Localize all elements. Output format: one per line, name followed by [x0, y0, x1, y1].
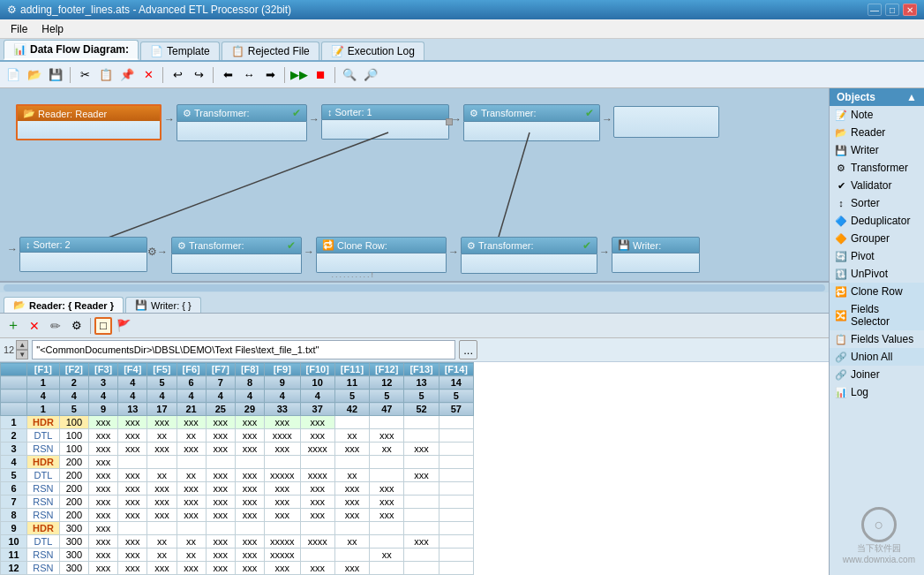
obj-item-fields-selector[interactable]: 🔀Fields Selector	[830, 300, 924, 330]
grid-cell[interactable]: xxx	[300, 482, 334, 496]
grid-cell[interactable]: xxx	[118, 469, 147, 482]
grid-cell[interactable]	[370, 416, 404, 429]
grid-cell[interactable]: xxx	[265, 509, 301, 522]
grid-cell[interactable]: xxx	[118, 509, 147, 522]
objects-collapse-icon[interactable]: ▲	[906, 91, 917, 103]
grid-cell[interactable]: xx	[334, 429, 369, 443]
obj-item-transformer[interactable]: ⚙Transformer	[830, 159, 924, 177]
grid-cell[interactable]: xxx	[89, 443, 118, 456]
tb-align-left[interactable]: ⬅	[218, 65, 237, 85]
grid-cell[interactable]: xx	[177, 429, 206, 443]
grid-cell[interactable]: xxx	[89, 429, 118, 443]
grid-cell[interactable]: xx	[177, 535, 206, 549]
grid-cell[interactable]: xxx	[118, 496, 147, 509]
grid-cell[interactable]: xxx	[404, 443, 439, 456]
grid-cell[interactable]	[439, 416, 473, 429]
grid-cell[interactable]: HDR	[27, 522, 60, 535]
grid-cell[interactable]: xx	[147, 429, 177, 443]
grid-cell[interactable]: RSN	[27, 496, 60, 509]
grid-cell[interactable]	[439, 469, 473, 482]
grid-cell[interactable]: xxx	[334, 496, 369, 509]
grid-cell[interactable]: xxx	[404, 535, 439, 549]
grid-cell[interactable]: xxx	[89, 549, 118, 562]
grid-cell[interactable]: xxxxx	[265, 469, 301, 482]
grid-cell[interactable]: xxx	[89, 416, 118, 429]
grid-cell[interactable]: xxxx	[300, 469, 334, 482]
grid-cell[interactable]: 100	[59, 443, 88, 456]
grid-cell[interactable]: DTL	[27, 469, 60, 482]
tb-zoom-in[interactable]: 🔍	[340, 65, 359, 85]
data-grid[interactable]: [F1] [F2] [F3] [F4] [F5] [F6] [F7] [F8] …	[0, 362, 829, 575]
grid-cell[interactable]	[177, 522, 206, 535]
grid-cell[interactable]	[404, 549, 439, 562]
obj-item-note[interactable]: 📝Note	[830, 106, 924, 124]
grid-cell[interactable]: xxx	[206, 416, 235, 429]
grid-cell[interactable]: xxxxx	[265, 535, 301, 549]
grid-cell[interactable]: 200	[59, 496, 88, 509]
grid-cell[interactable]	[439, 562, 473, 575]
grid-cell[interactable]	[265, 522, 301, 535]
bt-delete[interactable]: ✕	[25, 316, 44, 336]
grid-cell[interactable]	[439, 522, 473, 535]
grid-cell[interactable]	[404, 496, 439, 509]
obj-item-log[interactable]: 📊Log	[830, 383, 924, 401]
grid-cell[interactable]: xxx	[235, 562, 264, 575]
grid-cell[interactable]: xxx	[89, 522, 118, 535]
grid-cell[interactable]: 200	[59, 469, 88, 482]
grid-cell[interactable]	[370, 522, 404, 535]
grid-cell[interactable]: xxx	[118, 429, 147, 443]
bt-edit[interactable]: ✏	[46, 316, 65, 336]
obj-item-joiner[interactable]: 🔗Joiner	[830, 366, 924, 383]
grid-cell[interactable]: xxx	[206, 443, 235, 456]
grid-cell[interactable]	[439, 443, 473, 456]
obj-item-deduplicator[interactable]: 🔷Deduplicator	[830, 212, 924, 230]
grid-cell[interactable]: xxx	[235, 482, 264, 496]
obj-item-pivot[interactable]: 🔄Pivot	[830, 247, 924, 265]
grid-cell[interactable]	[300, 456, 334, 469]
grid-cell[interactable]: xxx	[265, 562, 301, 575]
grid-cell[interactable]: xxx	[147, 509, 177, 522]
tb-new[interactable]: 📄	[4, 65, 23, 85]
grid-cell[interactable]	[118, 522, 147, 535]
grid-cell[interactable]: xx	[370, 549, 404, 562]
obj-item-fields-values[interactable]: 📋Fields Values	[830, 330, 924, 348]
grid-cell[interactable]: xxx	[147, 416, 177, 429]
grid-cell[interactable]	[439, 496, 473, 509]
grid-cell[interactable]	[404, 456, 439, 469]
grid-cell[interactable]	[404, 429, 439, 443]
grid-cell[interactable]: xxxx	[300, 535, 334, 549]
grid-cell[interactable]: 300	[59, 562, 88, 575]
grid-cell[interactable]: xxx	[334, 562, 369, 575]
grid-cell[interactable]: xxx	[370, 429, 404, 443]
grid-cell[interactable]: xx	[370, 443, 404, 456]
tab-template[interactable]: 📄 Template	[140, 42, 220, 60]
grid-cell[interactable]: xx	[334, 535, 369, 549]
node-transformer-2[interactable]: ⚙Transformer:✔	[463, 104, 600, 141]
grid-cell[interactable]: xxx	[206, 562, 235, 575]
grid-cell[interactable]	[439, 535, 473, 549]
grid-cell[interactable]	[404, 562, 439, 575]
grid-cell[interactable]: DTL	[27, 535, 60, 549]
grid-cell[interactable]: RSN	[27, 549, 60, 562]
minimize-button[interactable]: —	[868, 4, 882, 16]
grid-cell[interactable]: xxx	[235, 496, 264, 509]
grid-cell[interactable]	[334, 416, 369, 429]
grid-cell[interactable]: xx	[147, 535, 177, 549]
grid-cell[interactable]: xxx	[177, 496, 206, 509]
spin-down[interactable]: ▼	[16, 350, 28, 359]
node-sorter-1[interactable]: ↕Sorter: 1	[321, 104, 449, 140]
tab-execution-log[interactable]: 📝 Execution Log	[321, 42, 424, 60]
grid-cell[interactable]	[439, 549, 473, 562]
grid-cell[interactable]: xxx	[334, 443, 369, 456]
grid-cell[interactable]: xx	[334, 469, 369, 482]
grid-cell[interactable]: xxx	[300, 429, 334, 443]
grid-cell[interactable]: RSN	[27, 443, 60, 456]
grid-cell[interactable]	[439, 456, 473, 469]
btab-reader[interactable]: 📂 Reader: { Reader }	[4, 297, 124, 313]
node-sorter-2[interactable]: ↕Sorter: 2	[19, 237, 147, 272]
grid-cell[interactable]: xxx	[89, 469, 118, 482]
grid-cell[interactable]: xxx	[118, 482, 147, 496]
grid-cell[interactable]: 100	[59, 416, 88, 429]
grid-cell[interactable]: xxx	[265, 482, 301, 496]
grid-cell[interactable]: xxx	[235, 416, 264, 429]
